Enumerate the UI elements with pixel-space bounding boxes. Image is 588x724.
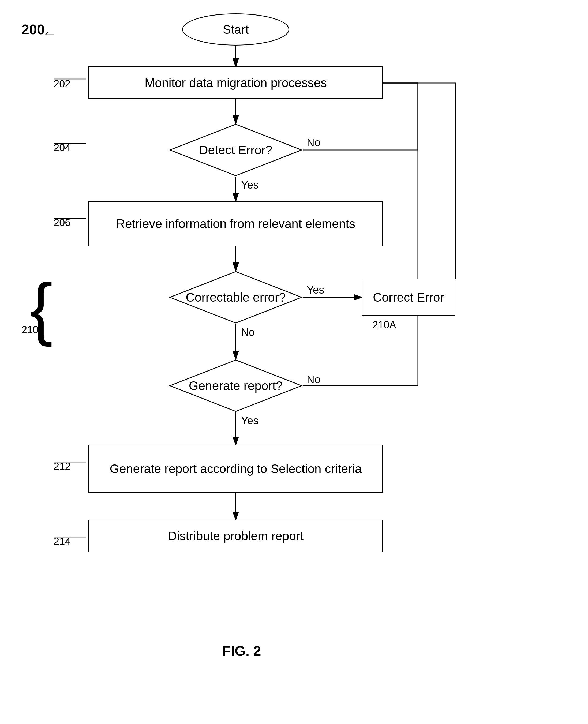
- yes-generate-label: Yes: [241, 414, 258, 427]
- node-206-label: Retrieve information from relevant eleme…: [116, 216, 355, 231]
- diagram-container: 200 Start 202 Monitor data migration pro…: [0, 0, 588, 724]
- node-210a-label: Correct Error: [373, 290, 444, 304]
- no-generate-label: No: [307, 374, 320, 386]
- ref-210a: 210A: [372, 319, 396, 331]
- no-correctable-label: No: [241, 326, 255, 338]
- ref-210: 210: [21, 324, 38, 336]
- ref-204: 204: [54, 142, 70, 153]
- node-211: Generate report?: [169, 359, 303, 412]
- ref-214: 214: [54, 536, 70, 547]
- node-214: Distribute problem report: [88, 519, 383, 552]
- start-label: Start: [223, 22, 249, 37]
- start-node: Start: [182, 14, 289, 45]
- ref-202: 202: [54, 78, 70, 90]
- node-212-label: Generate report according to Selection c…: [110, 462, 362, 476]
- node-208: Correctable error?: [169, 271, 303, 324]
- node-206: Retrieve information from relevant eleme…: [88, 201, 383, 247]
- node-214-label: Distribute problem report: [168, 529, 303, 543]
- yes-detect-label: Yes: [241, 179, 258, 191]
- ref-212: 212: [54, 461, 70, 472]
- node-212: Generate report according to Selection c…: [88, 445, 383, 493]
- node-210a: Correct Error: [362, 279, 456, 316]
- ref-206: 206: [54, 217, 70, 229]
- diagram-number: 200: [21, 21, 45, 38]
- node-211-label: Generate report?: [189, 379, 282, 393]
- node-208-label: Correctable error?: [186, 290, 286, 304]
- yes-correctable-label: Yes: [307, 284, 324, 296]
- node-202-label: Monitor data migration processes: [145, 76, 327, 90]
- node-204-label: Detect Error?: [199, 143, 272, 157]
- node-202: Monitor data migration processes: [88, 66, 383, 99]
- svg-line-11: [45, 32, 48, 35]
- node-204: Detect Error?: [169, 123, 303, 177]
- figure-label: FIG. 2: [222, 643, 261, 659]
- no-detect-label: No: [307, 136, 320, 149]
